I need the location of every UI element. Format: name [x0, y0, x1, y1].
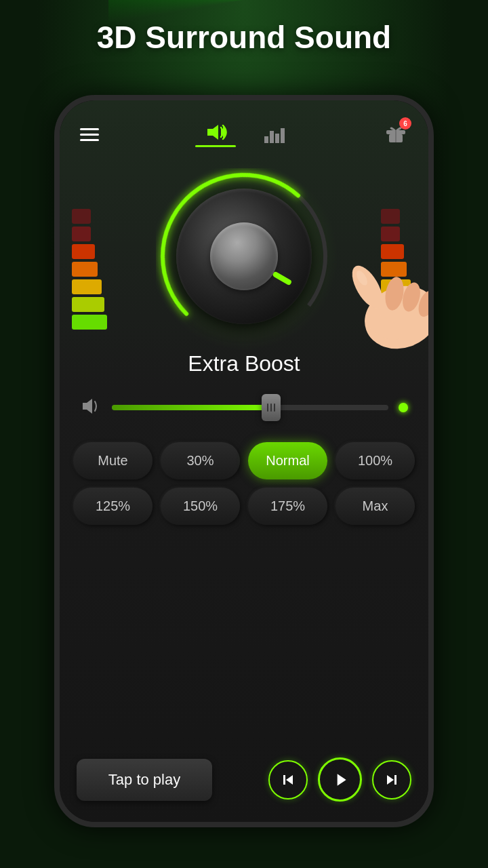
slider-fill	[112, 405, 278, 410]
prev-icon	[280, 772, 296, 788]
preset-row-1: Mute30%Normal100%	[73, 442, 415, 479]
knob-area	[60, 168, 428, 344]
preset-btn-150[interactable]: 150%	[161, 488, 240, 525]
svg-rect-20	[394, 775, 396, 785]
gift-badge-count: 6	[399, 117, 411, 130]
knob-center	[210, 222, 278, 290]
next-button[interactable]	[372, 760, 411, 800]
page-title: 3D Surround Sound	[0, 19, 488, 56]
svg-rect-2	[275, 134, 279, 143]
preset-btn-30[interactable]: 30%	[161, 442, 240, 479]
hand-pointer-illustration	[327, 222, 428, 358]
volume-icon	[80, 397, 102, 418]
bottom-section: Tap to play	[60, 757, 428, 802]
phone-frame: 6	[54, 95, 434, 827]
gift-button[interactable]: 6	[384, 121, 408, 148]
play-icon	[331, 771, 349, 789]
tab-equalizer[interactable]	[263, 124, 287, 144]
tab-volume[interactable]	[195, 122, 236, 147]
top-bar: 6	[60, 100, 428, 155]
presets-section: Mute30%Normal100% 125%150%175%Max	[60, 432, 428, 535]
hamburger-menu-button[interactable]	[80, 128, 99, 141]
next-icon	[384, 772, 400, 788]
svg-marker-16	[286, 775, 293, 785]
volume-knob[interactable]	[156, 168, 332, 344]
knob-indicator	[272, 271, 292, 286]
svg-rect-17	[283, 775, 285, 785]
tap-to-play-button[interactable]: Tap to play	[77, 759, 212, 801]
preset-btn-175[interactable]: 175%	[248, 488, 327, 525]
preset-btn-100[interactable]: 100%	[336, 442, 415, 479]
player-controls	[268, 757, 411, 802]
svg-marker-19	[387, 775, 394, 785]
svg-rect-3	[281, 128, 285, 143]
slider-max-dot	[399, 403, 408, 412]
volume-slider-section	[60, 383, 428, 432]
preset-btn-max[interactable]: Max	[336, 488, 415, 525]
preset-btn-125[interactable]: 125%	[73, 488, 152, 525]
svg-rect-1	[270, 131, 274, 143]
preset-btn-mute[interactable]: Mute	[73, 442, 152, 479]
prev-button[interactable]	[268, 760, 308, 800]
preset-row-2: 125%150%175%Max	[73, 488, 415, 525]
svg-marker-18	[337, 774, 346, 785]
svg-rect-0	[264, 136, 268, 143]
phone-inner: 6	[60, 100, 428, 822]
knob-body[interactable]	[176, 189, 312, 324]
volume-slider-track[interactable]	[112, 405, 388, 410]
slider-thumb[interactable]	[262, 394, 281, 421]
preset-btn-normal[interactable]: Normal	[248, 442, 327, 479]
tab-bar	[195, 122, 287, 147]
play-button[interactable]	[318, 757, 362, 802]
